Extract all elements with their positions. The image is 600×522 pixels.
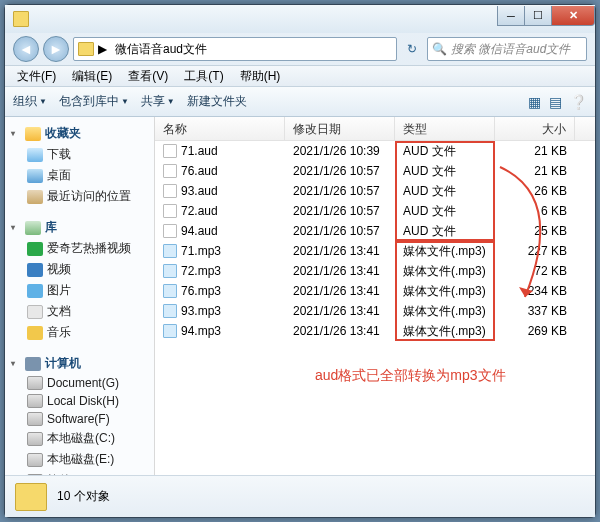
tool-organize[interactable]: 组织▼: [13, 93, 47, 110]
back-button[interactable]: ◄: [13, 36, 39, 62]
preview-pane-icon[interactable]: ▤: [549, 94, 562, 110]
chevron-down-icon: ▾: [11, 129, 21, 138]
file-name: 72.mp3: [181, 264, 221, 278]
file-type: AUD 文件: [395, 163, 495, 180]
file-list: 名称 修改日期 类型 大小 71.aud2021/1/26 10:39AUD 文…: [155, 117, 595, 475]
search-input[interactable]: 🔍 搜索 微信语音aud文件: [427, 37, 587, 61]
sidebar-item[interactable]: 本地磁盘(E:): [9, 449, 150, 470]
item-icon: [27, 148, 43, 162]
file-icon: [163, 284, 177, 298]
item-icon: [27, 242, 43, 256]
label: 计算机: [45, 355, 81, 372]
file-row[interactable]: 93.aud2021/1/26 10:57AUD 文件26 KB: [155, 181, 595, 201]
sidebar-item[interactable]: 文档: [9, 301, 150, 322]
label: 文档: [47, 303, 71, 320]
item-icon: [27, 263, 43, 277]
menu-edit[interactable]: 编辑(E): [66, 66, 118, 87]
file-size: 72 KB: [495, 264, 575, 278]
file-type: 媒体文件(.mp3): [395, 303, 495, 320]
file-icon: [163, 224, 177, 238]
file-row[interactable]: 93.mp32021/1/26 13:41媒体文件(.mp3)337 KB: [155, 301, 595, 321]
col-name[interactable]: 名称: [155, 117, 285, 140]
search-placeholder: 搜索 微信语音aud文件: [451, 41, 570, 58]
file-date: 2021/1/26 10:39: [285, 144, 395, 158]
menu-file[interactable]: 文件(F): [11, 66, 62, 87]
maximize-button[interactable]: ☐: [524, 6, 552, 26]
help-icon[interactable]: ❔: [570, 94, 587, 110]
file-icon: [163, 164, 177, 178]
file-row[interactable]: 71.aud2021/1/26 10:39AUD 文件21 KB: [155, 141, 595, 161]
forward-button[interactable]: ►: [43, 36, 69, 62]
folder-icon: [15, 483, 47, 511]
sidebar-item[interactable]: 图片: [9, 280, 150, 301]
file-icon: [163, 184, 177, 198]
item-icon: [27, 326, 43, 340]
file-row[interactable]: 72.aud2021/1/26 10:57AUD 文件6 KB: [155, 201, 595, 221]
file-type: AUD 文件: [395, 223, 495, 240]
toolbar: 组织▼ 包含到库中▼ 共享▼ 新建文件夹 ▦ ▤ ❔: [5, 87, 595, 117]
chevron-down-icon: ▼: [121, 97, 129, 106]
titlebar[interactable]: ─ ☐ ✕: [5, 5, 595, 33]
file-row[interactable]: 71.mp32021/1/26 13:41媒体文件(.mp3)227 KB: [155, 241, 595, 261]
address-row: ◄ ► ▶ 微信语音aud文件 ↻ 🔍 搜索 微信语音aud文件: [5, 33, 595, 65]
menu-help[interactable]: 帮助(H): [234, 66, 287, 87]
file-size: 269 KB: [495, 324, 575, 338]
sidebar-item[interactable]: 桌面: [9, 165, 150, 186]
file-type: AUD 文件: [395, 203, 495, 220]
file-type: AUD 文件: [395, 183, 495, 200]
sidebar-libraries[interactable]: ▾库: [9, 217, 150, 238]
close-button[interactable]: ✕: [551, 6, 595, 26]
file-row[interactable]: 76.aud2021/1/26 10:57AUD 文件21 KB: [155, 161, 595, 181]
sidebar-item[interactable]: Document(G): [9, 374, 150, 392]
file-size: 227 KB: [495, 244, 575, 258]
breadcrumb-seg[interactable]: 微信语音aud文件: [111, 41, 211, 58]
label: 本地磁盘(C:): [47, 430, 115, 447]
file-size: 21 KB: [495, 164, 575, 178]
col-size[interactable]: 大小: [495, 117, 575, 140]
file-type: 媒体文件(.mp3): [395, 243, 495, 260]
sidebar-item[interactable]: 爱奇艺热播视频: [9, 238, 150, 259]
file-type: 媒体文件(.mp3): [395, 263, 495, 280]
search-icon: 🔍: [432, 42, 447, 56]
sidebar-item[interactable]: 下载: [9, 144, 150, 165]
label: 新建文件夹: [187, 93, 247, 110]
refresh-button[interactable]: ↻: [401, 38, 423, 60]
sidebar-item[interactable]: 最近访问的位置: [9, 186, 150, 207]
menu-view[interactable]: 查看(V): [122, 66, 174, 87]
address-bar[interactable]: ▶ 微信语音aud文件: [73, 37, 397, 61]
file-date: 2021/1/26 13:41: [285, 324, 395, 338]
file-name: 71.aud: [181, 144, 218, 158]
col-date[interactable]: 修改日期: [285, 117, 395, 140]
tool-newfolder[interactable]: 新建文件夹: [187, 93, 247, 110]
label: 图片: [47, 282, 71, 299]
folder-icon: [78, 42, 94, 56]
file-date: 2021/1/26 13:41: [285, 264, 395, 278]
sidebar-item[interactable]: Software(F): [9, 410, 150, 428]
file-size: 6 KB: [495, 204, 575, 218]
menu-tools[interactable]: 工具(T): [178, 66, 229, 87]
sidebar-item[interactable]: Local Disk(H): [9, 392, 150, 410]
file-row[interactable]: 94.mp32021/1/26 13:41媒体文件(.mp3)269 KB: [155, 321, 595, 341]
file-row[interactable]: 72.mp32021/1/26 13:41媒体文件(.mp3)72 KB: [155, 261, 595, 281]
minimize-button[interactable]: ─: [497, 6, 525, 26]
file-row[interactable]: 76.mp32021/1/26 13:41媒体文件(.mp3)234 KB: [155, 281, 595, 301]
tool-share[interactable]: 共享▼: [141, 93, 175, 110]
sidebar-computer[interactable]: ▾计算机: [9, 353, 150, 374]
label: 音乐: [47, 324, 71, 341]
tool-include[interactable]: 包含到库中▼: [59, 93, 129, 110]
sidebar-item[interactable]: 本地磁盘(C:): [9, 428, 150, 449]
sidebar-item[interactable]: 视频: [9, 259, 150, 280]
col-type[interactable]: 类型: [395, 117, 495, 140]
breadcrumb-label: 微信语音aud文件: [115, 41, 207, 58]
file-date: 2021/1/26 13:41: [285, 244, 395, 258]
file-row[interactable]: 94.aud2021/1/26 10:57AUD 文件25 KB: [155, 221, 595, 241]
label: 本地磁盘(E:): [47, 451, 114, 468]
label: 下载: [47, 146, 71, 163]
label: 视频: [47, 261, 71, 278]
file-type: 媒体文件(.mp3): [395, 283, 495, 300]
label: 桌面: [47, 167, 71, 184]
sidebar-favorites[interactable]: ▾收藏夹: [9, 123, 150, 144]
status-count: 10 个对象: [57, 488, 110, 505]
sidebar-item[interactable]: 音乐: [9, 322, 150, 343]
view-options-icon[interactable]: ▦: [528, 94, 541, 110]
